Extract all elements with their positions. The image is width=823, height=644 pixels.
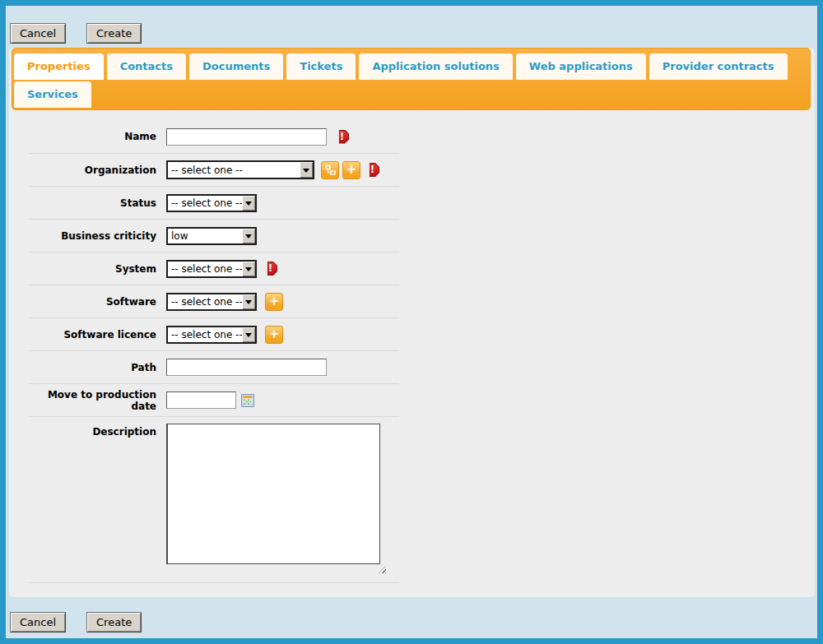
add-software-licence-button[interactable]: + [265, 326, 283, 344]
dropdown-arrow-icon [242, 229, 255, 243]
object-creation-window: Cancel Create Properties Contacts Docume… [0, 0, 823, 644]
business-criticity-label: Business criticity [29, 230, 156, 242]
dropdown-arrow-icon [242, 327, 255, 342]
software-licence-select[interactable]: -- select one -- [166, 326, 257, 344]
mandatory-warning-icon: ! [365, 163, 379, 177]
tab-application-solutions[interactable]: Application solutions [359, 53, 512, 80]
plus-icon: + [346, 164, 357, 176]
move-to-production-date-input[interactable] [166, 391, 236, 409]
organization-row: Organization -- select one -- [9, 153, 815, 186]
status-label: Status [29, 197, 156, 209]
dropdown-arrow-icon [242, 196, 255, 211]
hierarchy-icon [325, 164, 336, 175]
status-row: Status -- select one -- [9, 186, 815, 219]
tab-documents[interactable]: Documents [189, 53, 283, 80]
description-label: Description [29, 426, 156, 438]
tab-web-applications[interactable]: Web applications [516, 53, 646, 80]
name-label: Name [29, 131, 156, 142]
calendar-icon [241, 394, 254, 407]
tab-bar: Properties Contacts Documents Tickets Ap… [12, 48, 811, 110]
software-row: Software -- select one -- + [9, 285, 815, 317]
software-select[interactable]: -- select one -- [166, 293, 257, 311]
description-textarea[interactable] [166, 424, 380, 564]
mandatory-warning-icon: ! [263, 262, 277, 276]
name-input[interactable] [166, 128, 327, 146]
tab-contacts[interactable]: Contacts [107, 53, 186, 80]
plus-icon: + [269, 295, 280, 308]
add-organization-button[interactable]: + [342, 161, 360, 179]
organization-select[interactable]: -- select one -- [166, 160, 314, 179]
calendar-picker-button[interactable] [241, 394, 254, 407]
top-toolbar: Cancel Create [6, 6, 817, 44]
bottom-toolbar: Cancel Create [10, 612, 817, 632]
textarea-resize-handle[interactable] [379, 566, 386, 573]
software-licence-row: Software licence -- select one -- + [9, 317, 815, 350]
form-panel: Properties Contacts Documents Tickets Ap… [9, 48, 815, 597]
status-select[interactable]: -- select one -- [166, 194, 257, 212]
tab-services[interactable]: Services [14, 81, 91, 108]
system-row: System -- select one -- ! [9, 252, 815, 285]
cancel-button-bottom[interactable]: Cancel [10, 612, 66, 632]
create-button-top[interactable]: Create [86, 23, 142, 44]
add-software-button[interactable]: + [265, 293, 283, 311]
plus-icon: + [269, 328, 280, 341]
move-to-production-date-row: Move to production date [9, 383, 815, 416]
cancel-button-top[interactable]: Cancel [10, 23, 66, 44]
tab-properties[interactable]: Properties [14, 53, 104, 80]
business-criticity-row: Business criticity low [9, 219, 815, 252]
hierarchy-browse-button[interactable] [321, 161, 339, 179]
properties-form: Name ! Organization -- [9, 110, 815, 583]
system-label: System [29, 263, 156, 275]
dropdown-arrow-icon [242, 262, 255, 276]
path-input[interactable] [166, 359, 327, 376]
dropdown-arrow-icon [300, 162, 313, 178]
system-select[interactable]: -- select one -- [166, 260, 257, 278]
form-bottom-separator [29, 582, 399, 583]
software-licence-label: Software licence [29, 329, 156, 341]
description-row: Description [9, 416, 815, 582]
organization-label: Organization [29, 164, 156, 176]
tab-row-2: Services [14, 81, 808, 108]
move-to-production-date-label: Move to production date [29, 389, 156, 412]
business-criticity-select[interactable]: low [166, 227, 257, 245]
tab-row-1: Properties Contacts Documents Tickets Ap… [14, 53, 808, 80]
tab-tickets[interactable]: Tickets [286, 53, 356, 80]
path-row: Path [9, 350, 815, 383]
dropdown-arrow-icon [242, 294, 255, 309]
mandatory-warning-icon: ! [335, 130, 349, 144]
create-button-bottom[interactable]: Create [86, 612, 142, 632]
name-row: Name ! [9, 120, 815, 153]
path-label: Path [29, 362, 156, 373]
tab-provider-contracts[interactable]: Provider contracts [649, 53, 788, 80]
software-label: Software [29, 296, 156, 308]
